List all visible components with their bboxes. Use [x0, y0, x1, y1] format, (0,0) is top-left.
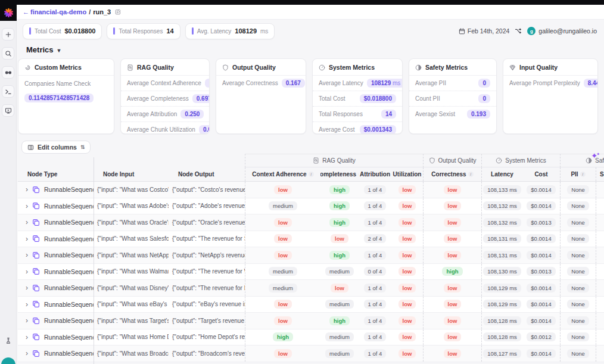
date-picker[interactable]: Feb 14th, 2024 [459, 27, 510, 35]
column-label: Correctness [431, 171, 466, 178]
gauge-icon [319, 64, 325, 71]
expand-chevron-icon[interactable]: › [26, 235, 28, 242]
table-cell: {"input": "What was Walmart's r... [94, 264, 169, 280]
edit-run-name-icon[interactable] [115, 9, 121, 15]
table-row[interactable]: ›RunnableSequence{"input": "What was Wal… [18, 264, 604, 281]
table-row[interactable]: ›RunnableSequence{"input": "What was Net… [18, 247, 604, 264]
column-divider[interactable] [94, 157, 94, 364]
attribution-badge: 0 of 4 [364, 267, 387, 276]
expand-chevron-icon[interactable]: › [26, 334, 28, 341]
expand-chevron-icon[interactable]: › [26, 219, 28, 226]
column-header-completeness[interactable]: Completenessi [320, 167, 359, 181]
expand-chevron-icon[interactable]: › [26, 203, 28, 210]
column-label: Node Output [178, 171, 214, 178]
info-icon[interactable]: i [580, 172, 586, 177]
table-row[interactable]: ›RunnableSequence{"input": "What was Dis… [18, 280, 604, 297]
column-header-attribution[interactable]: Attribution [359, 167, 391, 181]
metric-label: Average Chunk Utilization [127, 126, 195, 133]
column-header-utilization[interactable]: Utilization [391, 167, 423, 181]
compare-runs-icon[interactable] [515, 27, 522, 35]
table-cell-attribution: 1 of 4 [359, 198, 391, 214]
attribution-badge: 1 of 4 [364, 284, 387, 293]
table-cell-sexist [596, 231, 604, 247]
new-project-button[interactable] [2, 28, 14, 41]
stat-value: $0.018800 [64, 27, 95, 35]
table-cell-latency: 108,133 ms [481, 182, 522, 198]
column-header-node-type[interactable]: Node Type [18, 167, 94, 181]
table-row[interactable]: ›RunnableSequence{"input": "What was Ado… [18, 198, 604, 215]
compare-runs-button[interactable] [2, 66, 14, 79]
ai-sparkle-button[interactable]: ✦✦ [591, 150, 601, 161]
column-label: Node Input [103, 171, 134, 178]
table-cell-cost: $0.0014 [522, 182, 560, 198]
column-header-cost[interactable]: Cost [522, 167, 560, 181]
metric-value-badge: 8.443 [584, 79, 598, 88]
column-header-context-adherence[interactable]: Context Adherencei [245, 167, 320, 181]
metrics-section-toggle[interactable]: Metrics ▼ [26, 45, 61, 54]
metric-label: Average PII [415, 80, 446, 86]
chip-accent-bar [29, 27, 31, 35]
table-cell: ›RunnableSequence [18, 231, 94, 247]
table-cell: {"output": "eBay's revenue in Q... [169, 297, 245, 313]
table-cell-sexist [596, 182, 604, 198]
expand-chevron-icon[interactable]: › [26, 268, 28, 275]
pii-badge: None [567, 251, 589, 260]
table-cell-completeness: medium [320, 264, 359, 280]
user-menu[interactable]: g galileo@rungalileo.io [527, 27, 597, 35]
table-cell-completeness: high [320, 198, 359, 214]
table-row[interactable]: ›RunnableSequence{"input": "What was Hom… [18, 329, 604, 346]
correctness-badge: low [444, 332, 462, 341]
metric-row: Average Context Adherence0.405 [121, 76, 209, 91]
utilization-badge: low [398, 349, 416, 358]
table-row[interactable]: ›RunnableSequence{"input": "What was Cos… [18, 182, 604, 198]
table-cell: {"output": "Target's revenue in ... [169, 313, 245, 329]
table-row[interactable]: ›RunnableSequence{"input": "What was Ora… [18, 214, 604, 231]
expand-chevron-icon[interactable]: › [26, 301, 28, 308]
utilization-badge: low [398, 185, 416, 194]
utilization-badge: low [398, 316, 416, 325]
console-button[interactable] [2, 85, 14, 98]
pii-badge: None [567, 332, 589, 341]
cost-badge: $0.0014 [527, 201, 555, 210]
metric-row: Count PII0 [409, 91, 496, 107]
info-icon[interactable]: i [468, 172, 474, 177]
expand-chevron-icon[interactable]: › [26, 251, 28, 259]
completeness-badge: medium [325, 332, 354, 341]
table-row[interactable]: ›RunnableSequence{"input": "What was Tar… [18, 313, 604, 329]
column-header-latency[interactable]: Latency [481, 167, 522, 181]
chat-bubble-button[interactable] [1, 357, 15, 364]
table-row[interactable]: ›RunnableSequence{"input": "What was eBa… [18, 297, 604, 313]
metric-label: Companies Name Check [24, 80, 108, 87]
completeness-badge: low [331, 284, 348, 293]
plus-icon [5, 31, 12, 38]
edit-columns-button[interactable]: Edit columns ⇅ [21, 141, 91, 154]
table-cell-context-adherence: low [245, 231, 320, 247]
expand-chevron-icon[interactable]: › [26, 350, 28, 357]
column-header-sexist[interactable]: Sexist [596, 167, 604, 181]
column-header-node-output[interactable]: Node Output [169, 167, 245, 181]
pii-badge: None [567, 267, 589, 276]
breadcrumb-project-link[interactable]: ← financial-qa-demo [23, 8, 86, 15]
table-cell-correctness: low [423, 231, 481, 247]
table-row[interactable]: ›RunnableSequence{"input": "What was Sal… [18, 231, 604, 248]
attribution-badge: 1 of 4 [364, 300, 387, 309]
column-header-node-input[interactable]: Node Input [94, 167, 169, 181]
column-header-correctness[interactable]: Correctnessi [423, 167, 481, 181]
search-button[interactable] [2, 47, 14, 60]
column-label: Latency [491, 171, 513, 178]
swirl-icon [24, 64, 31, 71]
pii-badge: None [567, 316, 589, 325]
node-output-text: {"output": "The revenue for Dis... [169, 285, 245, 291]
galileo-logo-icon[interactable] [0, 5, 17, 21]
info-icon[interactable]: i [309, 172, 314, 177]
expand-chevron-icon[interactable]: › [26, 186, 28, 193]
expand-chevron-icon[interactable]: › [26, 284, 28, 291]
monitor-button[interactable] [2, 104, 14, 117]
table-cell-correctness: low [423, 280, 481, 296]
flask-icon[interactable] [5, 337, 12, 344]
node-type-text: RunnableSequence [44, 317, 94, 324]
expand-chevron-icon[interactable]: › [26, 317, 28, 324]
column-header-pii[interactable]: PIIi [560, 167, 596, 181]
table-cell-latency: 108,131 ms [481, 247, 522, 263]
table-row[interactable]: ›RunnableSequence{"input": "What was Bro… [18, 346, 604, 362]
